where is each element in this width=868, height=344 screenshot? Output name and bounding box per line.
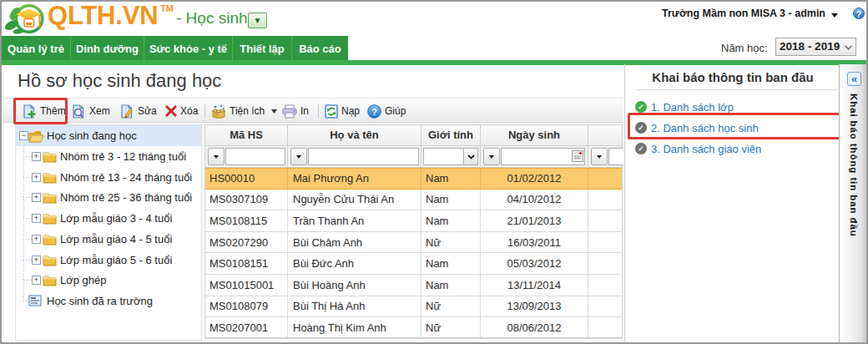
svg-text:?: ?	[371, 106, 377, 116]
